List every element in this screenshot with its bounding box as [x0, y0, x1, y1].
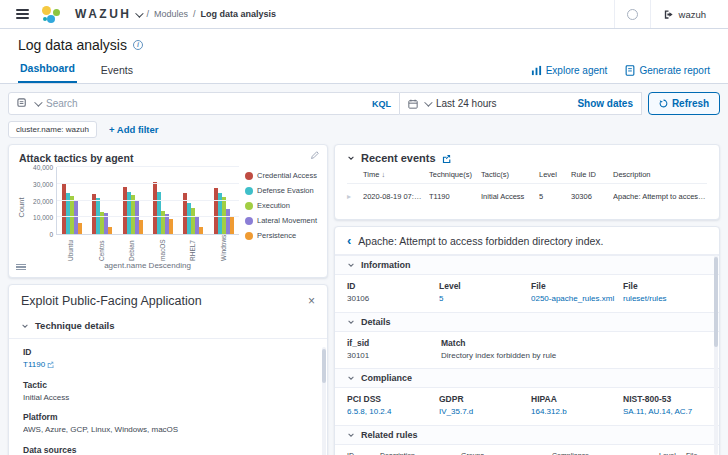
user-menu[interactable]: wazuh: [650, 0, 718, 28]
chart-legend: Credential AccessDefense EvasionExecutio…: [239, 167, 317, 270]
menu-icon[interactable]: [16, 9, 29, 19]
breadcrumb-modules[interactable]: Modules: [154, 9, 188, 19]
information-section-header[interactable]: Information: [335, 255, 719, 275]
technique-details-panel: Exploit Public-Facing Application × Tech…: [8, 284, 328, 455]
col-description[interactable]: Description: [613, 170, 707, 179]
info-icon[interactable]: i: [133, 40, 143, 50]
filter-chip[interactable]: cluster.name: wazuh: [8, 121, 97, 138]
wazuh-app-window: WAZUH / Modules / Log data analysis wazu…: [0, 0, 728, 455]
explore-agent-button[interactable]: Explore agent: [531, 65, 608, 76]
refresh-label: Refresh: [672, 98, 709, 109]
refresh-button[interactable]: Refresh: [648, 92, 720, 115]
related-rules-header: ID Description Groups Compliance Level F…: [335, 445, 719, 455]
legend-item[interactable]: Defense Evasion: [245, 186, 317, 195]
details-section-header[interactable]: Details: [335, 312, 719, 332]
bar[interactable]: [169, 219, 173, 234]
chevron-down-icon: [347, 318, 355, 326]
event-row[interactable]: ▸ 2020-08-19 07:45:04 T1190 Initial Acce…: [347, 184, 707, 209]
open-in-new-icon[interactable]: [442, 154, 451, 163]
chart-groups: [57, 167, 239, 234]
field-label: GDPR: [439, 394, 523, 404]
y-tick-label: 10,000: [33, 214, 53, 221]
tab-dashboard[interactable]: Dashboard: [18, 58, 77, 83]
bar-group-Windows: [209, 167, 239, 234]
legend-label: Lateral Movement: [257, 216, 317, 225]
bar[interactable]: [199, 227, 203, 234]
legend-item[interactable]: Execution: [245, 201, 317, 210]
col-rule-id[interactable]: Rule ID: [571, 170, 607, 179]
field-label: ID: [23, 347, 313, 357]
chart-body: Count 010,00020,00030,00040,000 UbuntuCe…: [19, 167, 317, 270]
legend-item[interactable]: Persistence: [245, 231, 317, 240]
health-status-icon: [627, 9, 638, 20]
filter-bar: cluster.name: wazuh + Add filter: [0, 115, 728, 142]
bar[interactable]: [230, 216, 234, 234]
legend-dot-icon: [245, 187, 253, 195]
health-status-button[interactable]: [614, 0, 650, 28]
brand-name[interactable]: WAZUH: [75, 7, 132, 21]
scrollbar[interactable]: [714, 255, 718, 455]
recent-events-title: Recent events: [361, 152, 436, 164]
back-chevron-icon[interactable]: ‹: [347, 234, 351, 247]
subheader: Log data analysis i Dashboard Events Exp…: [0, 29, 728, 84]
time-range-value[interactable]: Last 24 hours: [436, 98, 571, 109]
add-filter-button[interactable]: + Add filter: [109, 124, 159, 135]
bar[interactable]: [78, 223, 82, 234]
generate-report-label: Generate report: [639, 65, 710, 76]
event-rule-id-link[interactable]: 30306: [571, 192, 607, 201]
external-link-icon: [47, 361, 54, 368]
edit-visualization-icon[interactable]: [310, 151, 319, 160]
bar[interactable]: [108, 227, 112, 234]
tab-events[interactable]: Events: [99, 60, 135, 83]
gridline: [57, 216, 239, 217]
event-technique-link[interactable]: T1190: [429, 192, 475, 201]
top-navbar: WAZUH / Modules / Log data analysis wazu…: [0, 0, 728, 29]
rule-level-link[interactable]: 5: [439, 293, 523, 305]
chart-plot: 010,00020,00030,00040,000: [56, 167, 239, 235]
nist-link[interactable]: SA.11, AU.14, AC.7: [623, 406, 707, 418]
field-value: AWS, Azure, GCP, Linux, Windows, macOS: [23, 424, 313, 436]
bar-group-Ubuntu: [57, 167, 87, 234]
rule-detail-title: Apache: Attempt to access forbidden dire…: [358, 235, 603, 247]
rule-path-link[interactable]: ruleset/rules: [623, 293, 707, 305]
show-dates-button[interactable]: Show dates: [577, 98, 633, 109]
col-technique[interactable]: Technique(s): [429, 170, 475, 179]
technique-details-accordion[interactable]: Technique details: [9, 315, 327, 339]
scrollbar[interactable]: [322, 347, 326, 455]
technique-id-link[interactable]: T1190: [23, 360, 45, 369]
gdpr-link[interactable]: IV_35.7.d: [439, 406, 523, 418]
related-rules-section-header[interactable]: Related rules: [335, 425, 719, 445]
field-label: PCI DSS: [347, 394, 431, 404]
compliance-section-header[interactable]: Compliance: [335, 368, 719, 388]
event-tactic: Initial Access: [481, 192, 533, 201]
details-fields: if_sid30101 MatchDirectory index forbidd…: [335, 332, 719, 369]
search-input[interactable]: [46, 98, 366, 109]
close-icon[interactable]: ×: [308, 295, 315, 307]
search-chevron-down-icon[interactable]: [34, 98, 42, 106]
pci-dss-link[interactable]: 6.5.8, 10.2.4: [347, 406, 431, 418]
date-picker[interactable]: Last 24 hours Show dates: [400, 92, 642, 115]
legend-item[interactable]: Credential Access: [245, 171, 317, 180]
wazuh-logo-icon[interactable]: [41, 4, 61, 24]
col-time[interactable]: Time ↓: [363, 170, 423, 179]
kql-toggle[interactable]: KQL: [372, 99, 391, 109]
field-label: Level: [439, 281, 523, 291]
hipaa-link[interactable]: 164.312.b: [531, 406, 615, 418]
legend-toggle-icon[interactable]: [14, 260, 28, 274]
saved-query-icon[interactable]: [17, 98, 28, 109]
brand-chevron-down-icon[interactable]: [135, 9, 143, 17]
col-tactic[interactable]: Tactic(s): [481, 170, 533, 179]
col-level[interactable]: Level: [539, 170, 565, 179]
legend-item[interactable]: Lateral Movement: [245, 216, 317, 225]
technique-content: ID T1190 Tactic Initial Access Platform …: [9, 339, 327, 455]
row-expander-icon[interactable]: ▸: [347, 192, 357, 201]
date-chevron-down-icon: [424, 98, 432, 106]
rule-file-link[interactable]: 0250-apache_rules.xml: [531, 293, 615, 305]
chevron-down-icon[interactable]: [347, 154, 355, 162]
attack-tactics-panel: Attack tactics by agent Count 010,00020,…: [8, 144, 328, 278]
y-tick-label: 0: [49, 231, 53, 238]
generate-report-button[interactable]: Generate report: [625, 65, 710, 76]
bar[interactable]: [139, 220, 143, 234]
breadcrumb-separator: /: [193, 9, 196, 19]
events-table-header: Time ↓ Technique(s) Tactic(s) Level Rule…: [347, 170, 707, 184]
